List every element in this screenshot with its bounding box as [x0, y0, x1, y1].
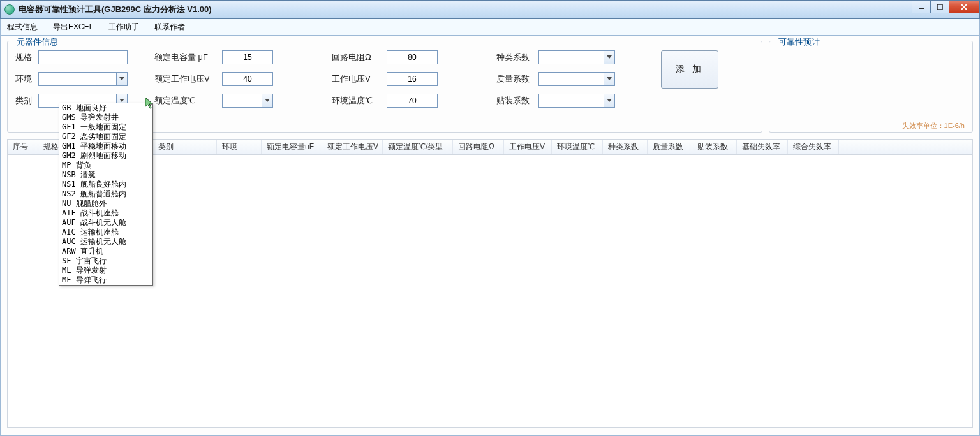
maximize-button[interactable] — [930, 1, 949, 13]
table-column-header[interactable]: 质量系数 — [648, 140, 692, 154]
table-column-header[interactable]: 环境温度℃ — [552, 140, 603, 154]
environment-combo[interactable] — [38, 72, 128, 86]
window-title: 电容器可靠性预计工具(GJB299C 应力分析法 V1.00) — [19, 4, 212, 15]
environment-option[interactable]: AUC 运输机无人舱 — [59, 237, 152, 247]
table-column-header[interactable]: 额定电容量uF — [262, 140, 322, 154]
menu-export-excel[interactable]: 导出EXCEL — [50, 20, 96, 34]
environment-option[interactable]: SF 宇宙飞行 — [59, 256, 152, 266]
menubar: 程式信息 导出EXCEL 工作助手 联系作者 — [0, 19, 980, 36]
table-column-header[interactable]: 额定温度℃/类型 — [383, 140, 453, 154]
titlebar: 电容器可靠性预计工具(GJB299C 应力分析法 V1.00) — [0, 0, 980, 19]
group-component-info-legend: 元器件信息 — [14, 36, 61, 48]
environment-option[interactable]: GF1 一般地面固定 — [59, 122, 152, 132]
label-env-temp: 环境温度℃ — [332, 95, 383, 106]
table-column-header[interactable]: 额定工作电压V — [322, 140, 383, 154]
label-rated-temp: 额定温度℃ — [154, 95, 218, 106]
client-area: 元器件信息 规格 环境 类别 — [0, 36, 980, 436]
environment-option[interactable]: AIF 战斗机座舱 — [59, 208, 152, 218]
environment-option[interactable]: NS2 舰船普通舱内 — [59, 189, 152, 199]
table-column-header[interactable]: 类别 — [153, 140, 217, 154]
label-mount-factor: 贴装系数 — [496, 95, 535, 106]
svg-marker-7 — [607, 55, 612, 59]
rated-temp-combo[interactable] — [222, 94, 273, 108]
kind-factor-combo[interactable] — [538, 50, 615, 64]
chevron-down-icon — [604, 73, 614, 85]
label-quality-factor: 质量系数 — [496, 73, 535, 85]
table-column-header[interactable]: 环境 — [217, 140, 262, 154]
svg-marker-4 — [119, 77, 124, 80]
env-temp-input[interactable] — [387, 94, 438, 108]
environment-option[interactable]: GM2 剧烈地面移动 — [59, 151, 152, 161]
close-button[interactable] — [949, 1, 979, 13]
svg-marker-9 — [607, 99, 612, 102]
label-rated-capacitance: 额定电容量 μF — [154, 52, 218, 63]
mount-factor-combo[interactable] — [538, 94, 615, 108]
environment-option[interactable]: GF2 恶劣地面固定 — [59, 132, 152, 142]
table-column-header[interactable]: 基础失效率 — [737, 140, 788, 154]
menu-program-info[interactable]: 程式信息 — [4, 20, 40, 34]
table-column-header[interactable]: 回路电阻Ω — [453, 140, 504, 154]
label-spec: 规格 — [15, 52, 34, 63]
label-work-voltage: 工作电压V — [332, 73, 383, 85]
environment-option[interactable]: NU 舰船舱外 — [59, 199, 152, 208]
environment-option[interactable]: NS1 舰船良好舱内 — [59, 180, 152, 189]
minimize-button[interactable] — [912, 1, 931, 13]
environment-option[interactable]: ML 导弹发射 — [59, 266, 152, 275]
chevron-down-icon — [262, 94, 272, 107]
environment-option[interactable]: GM1 平稳地面移动 — [59, 142, 152, 151]
work-voltage-input[interactable] — [387, 72, 438, 86]
environment-option[interactable]: ARW 直升机 — [59, 247, 152, 256]
table-column-header[interactable]: 贴装系数 — [692, 140, 737, 154]
rated-capacitance-input[interactable] — [222, 50, 273, 64]
unit-note: 失效率单位：1E-6/h — [902, 121, 965, 131]
svg-rect-1 — [937, 4, 942, 10]
add-button[interactable]: 添 加 — [661, 50, 718, 89]
spec-input[interactable] — [38, 50, 128, 64]
group-component-info: 元器件信息 规格 环境 类别 — [7, 41, 762, 133]
svg-marker-8 — [607, 77, 612, 80]
group-reliability-legend: 可靠性预计 — [776, 36, 822, 48]
table-column-header[interactable]: 工作电压V — [504, 140, 552, 154]
loop-resistance-input[interactable] — [387, 50, 438, 64]
chevron-down-icon — [604, 94, 614, 107]
environment-option[interactable]: NSB 潜艇 — [59, 170, 152, 180]
menu-contact-author[interactable]: 联系作者 — [152, 20, 188, 34]
chevron-down-icon — [604, 51, 614, 64]
environment-dropdown-popup[interactable]: GB 地面良好GMS 导弹发射井GF1 一般地面固定GF2 恶劣地面固定GM1 … — [59, 103, 153, 286]
environment-option[interactable]: MP 背负 — [59, 161, 152, 170]
table-column-header[interactable]: 序号 — [8, 140, 38, 154]
svg-marker-5 — [119, 99, 124, 102]
menu-work-helper[interactable]: 工作助手 — [106, 20, 142, 34]
environment-option[interactable]: AUF 战斗机无人舱 — [59, 218, 152, 228]
table-column-header[interactable]: 种类系数 — [603, 140, 648, 154]
window-buttons — [912, 1, 979, 13]
label-category: 类别 — [15, 95, 34, 106]
group-reliability: 可靠性预计 失效率单位：1E-6/h — [769, 41, 973, 133]
app-icon — [4, 4, 15, 15]
label-kind-factor: 种类系数 — [496, 52, 535, 63]
label-rated-voltage: 额定工作电压V — [154, 73, 218, 85]
table-column-header[interactable]: 综合失效率 — [788, 140, 839, 154]
label-loop-resistance: 回路电阻Ω — [332, 52, 383, 63]
svg-marker-6 — [265, 99, 270, 102]
environment-option[interactable]: AIC 运输机座舱 — [59, 228, 152, 237]
label-environment: 环境 — [15, 73, 34, 85]
quality-factor-combo[interactable] — [538, 72, 615, 86]
environment-option[interactable]: MF 导弹飞行 — [59, 275, 152, 285]
rated-voltage-input[interactable] — [222, 72, 273, 86]
chevron-down-icon — [116, 73, 127, 85]
environment-option[interactable]: GMS 导弹发射井 — [59, 113, 152, 122]
environment-option[interactable]: GB 地面良好 — [59, 103, 152, 113]
